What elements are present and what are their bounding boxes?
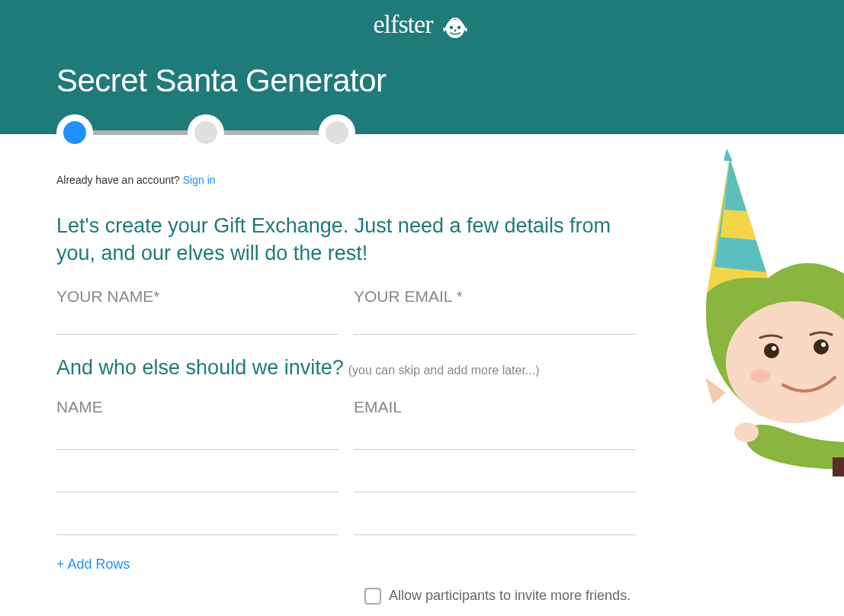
intro-heading: Let's create your Gift Exchange. Just ne… bbox=[56, 212, 637, 268]
svg-rect-16 bbox=[833, 457, 844, 476]
invite-email-input[interactable] bbox=[354, 464, 636, 492]
invite-name-label: NAME bbox=[56, 398, 339, 416]
svg-point-10 bbox=[764, 343, 779, 358]
invite-email-input[interactable] bbox=[354, 506, 636, 535]
svg-point-13 bbox=[821, 342, 826, 347]
invite-heading: And who else should we invite? bbox=[56, 356, 344, 380]
svg-point-14 bbox=[749, 369, 771, 383]
svg-point-3 bbox=[454, 30, 457, 32]
invite-grid: NAME EMAIL bbox=[56, 398, 637, 549]
main-content: Already have an account? Sign in Let's c… bbox=[0, 114, 694, 616]
invite-email-input[interactable] bbox=[354, 421, 636, 450]
invite-email-label: EMAIL bbox=[354, 398, 636, 416]
page-title: Secret Santa Generator bbox=[56, 40, 788, 99]
step-1-indicator bbox=[63, 121, 86, 144]
allow-invite-label: Allow participants to invite more friend… bbox=[389, 588, 631, 604]
invite-heading-row: And who else should we invite? (you can … bbox=[56, 356, 637, 380]
your-email-label: YOUR EMAIL * bbox=[354, 287, 636, 306]
invite-hint: (you can skip and add more later...) bbox=[348, 364, 540, 377]
brand-name: elfster bbox=[374, 10, 433, 39]
step-3 bbox=[319, 114, 355, 151]
elf-mascot-icon bbox=[684, 141, 844, 476]
invite-name-column: NAME bbox=[56, 398, 339, 549]
step-2 bbox=[188, 114, 224, 151]
svg-marker-8 bbox=[724, 149, 733, 161]
signin-link[interactable]: Sign in bbox=[183, 174, 216, 186]
svg-marker-7 bbox=[724, 158, 746, 211]
signin-prompt-text: Already have an account? bbox=[56, 174, 180, 186]
step-connector bbox=[91, 130, 189, 135]
your-info-row: YOUR NAME* YOUR EMAIL * bbox=[56, 287, 637, 335]
your-name-input[interactable] bbox=[56, 309, 339, 335]
step-connector bbox=[223, 130, 320, 135]
svg-point-15 bbox=[734, 422, 759, 442]
step-2-indicator bbox=[194, 121, 217, 144]
invite-name-input[interactable] bbox=[56, 421, 339, 450]
svg-point-12 bbox=[814, 339, 829, 355]
svg-marker-5 bbox=[714, 158, 766, 272]
svg-point-9 bbox=[726, 301, 844, 423]
svg-point-2 bbox=[457, 26, 461, 29]
header: elfster Secret Santa Generator bbox=[0, 0, 844, 134]
add-rows-button[interactable]: + Add Rows bbox=[56, 557, 637, 573]
svg-marker-4 bbox=[707, 158, 775, 301]
allow-invite-row: Allow participants to invite more friend… bbox=[364, 588, 637, 605]
your-name-label: YOUR NAME* bbox=[56, 287, 339, 306]
svg-point-0 bbox=[446, 20, 464, 38]
logo-area: elfster bbox=[56, 0, 788, 40]
step-1 bbox=[56, 114, 93, 151]
your-name-field: YOUR NAME* bbox=[56, 287, 339, 335]
signin-prompt: Already have an account? Sign in bbox=[56, 174, 637, 186]
step-3-indicator bbox=[326, 121, 348, 144]
allow-invite-checkbox[interactable] bbox=[364, 588, 381, 605]
elf-logo-icon bbox=[440, 9, 470, 40]
svg-point-1 bbox=[450, 26, 453, 29]
your-email-field: YOUR EMAIL * bbox=[354, 287, 636, 335]
svg-point-11 bbox=[772, 346, 776, 351]
invite-name-input[interactable] bbox=[56, 506, 339, 535]
your-email-input[interactable] bbox=[354, 309, 636, 335]
invite-name-input[interactable] bbox=[56, 464, 339, 492]
svg-marker-6 bbox=[720, 158, 756, 240]
invite-email-column: EMAIL bbox=[354, 398, 636, 549]
